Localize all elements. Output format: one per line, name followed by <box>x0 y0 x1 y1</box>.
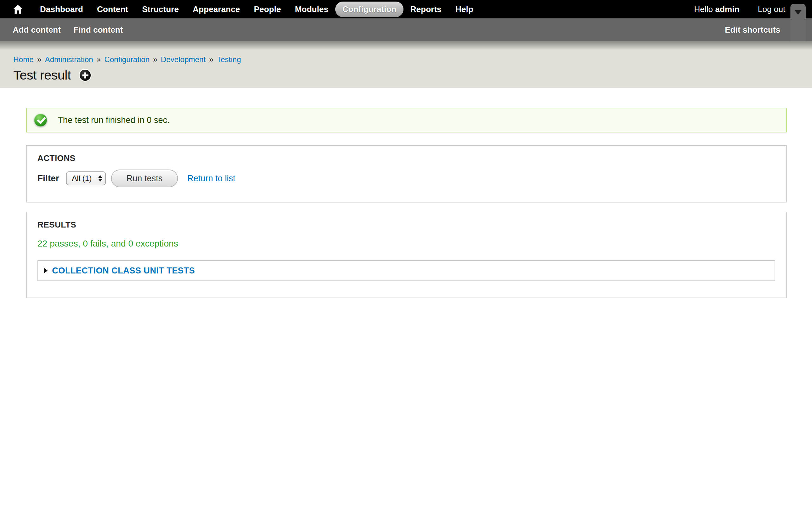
main-content: The test run finished in 0 sec. ACTIONS … <box>0 88 812 298</box>
greeting-prefix: Hello <box>694 4 715 14</box>
results-fieldset: RESULTS 22 passes, 0 fails, and 0 except… <box>26 212 786 298</box>
test-group-fieldset[interactable]: COLLECTION CLASS UNIT TESTS <box>38 260 775 281</box>
page-title: Test result <box>13 68 71 83</box>
title-row: Test result <box>13 68 812 83</box>
shortcut-bar: Add contentFind content Edit shortcuts <box>0 18 812 41</box>
return-to-list-link[interactable]: Return to list <box>188 174 236 183</box>
chevron-down-icon <box>795 10 802 14</box>
up-down-arrows-icon <box>98 175 102 181</box>
run-tests-button[interactable]: Run tests <box>111 170 177 187</box>
toolbar-item-structure[interactable]: Structure <box>135 2 186 17</box>
results-legend: RESULTS <box>38 220 775 230</box>
breadcrumb-separator: » <box>209 55 213 64</box>
breadcrumb-separator: » <box>37 55 41 64</box>
toolbar-item-reports[interactable]: Reports <box>403 2 449 17</box>
toolbar-item-content[interactable]: Content <box>90 2 135 17</box>
breadcrumb-link-development[interactable]: Development <box>161 55 206 64</box>
test-group-link[interactable]: COLLECTION CLASS UNIT TESTS <box>52 266 195 276</box>
user-greeting: Hello admin <box>694 4 740 14</box>
shortcut-links: Add contentFind content <box>13 25 136 35</box>
breadcrumb: Home»Administration»Configuration»Develo… <box>13 41 812 64</box>
actions-legend: ACTIONS <box>38 153 775 163</box>
toolbar-item-appearance[interactable]: Appearance <box>186 2 247 17</box>
check-circle-icon <box>34 114 47 126</box>
breadcrumb-link-administration[interactable]: Administration <box>45 55 93 64</box>
toolbar-item-dashboard[interactable]: Dashboard <box>33 2 90 17</box>
shortcut-link-find-content[interactable]: Find content <box>73 25 123 35</box>
page-header: Home»Administration»Configuration»Develo… <box>0 41 812 88</box>
toolbar-menu: DashboardContentStructureAppearancePeopl… <box>33 2 480 17</box>
actions-fieldset: ACTIONS Filter All (1) Run tests Return … <box>26 145 786 203</box>
plus-circle-icon[interactable] <box>80 70 91 81</box>
breadcrumb-link-configuration[interactable]: Configuration <box>104 55 150 64</box>
status-message: The test run finished in 0 sec. <box>26 108 786 132</box>
edit-shortcuts-link[interactable]: Edit shortcuts <box>725 25 780 35</box>
shortcut-link-add-content[interactable]: Add content <box>13 25 61 35</box>
shortcut-drawer-toggle-button[interactable] <box>791 4 806 41</box>
home-icon[interactable] <box>13 4 23 14</box>
filter-select[interactable]: All (1) <box>66 171 106 185</box>
breadcrumb-separator: » <box>96 55 101 64</box>
status-message-text: The test run finished in 0 sec. <box>58 115 170 125</box>
toolbar-item-configuration[interactable]: Configuration <box>335 2 403 17</box>
username: admin <box>715 4 740 14</box>
results-summary: 22 passes, 0 fails, and 0 exceptions <box>38 239 775 249</box>
admin-toolbar: DashboardContentStructureAppearancePeopl… <box>0 0 812 18</box>
logout-link[interactable]: Log out <box>758 4 785 14</box>
caret-right-icon <box>44 268 48 274</box>
actions-row: Filter All (1) Run tests Return to list <box>38 170 775 187</box>
filter-label: Filter <box>38 173 59 183</box>
filter-select-value: All (1) <box>72 174 92 183</box>
breadcrumb-link-testing[interactable]: Testing <box>217 55 241 64</box>
toolbar-item-people[interactable]: People <box>247 2 288 17</box>
toolbar-item-modules[interactable]: Modules <box>288 2 335 17</box>
toolbar-user-area: Hello admin Log out <box>694 4 785 14</box>
breadcrumb-link-home[interactable]: Home <box>13 55 34 64</box>
breadcrumb-separator: » <box>153 55 157 64</box>
toolbar-item-help[interactable]: Help <box>449 2 480 17</box>
